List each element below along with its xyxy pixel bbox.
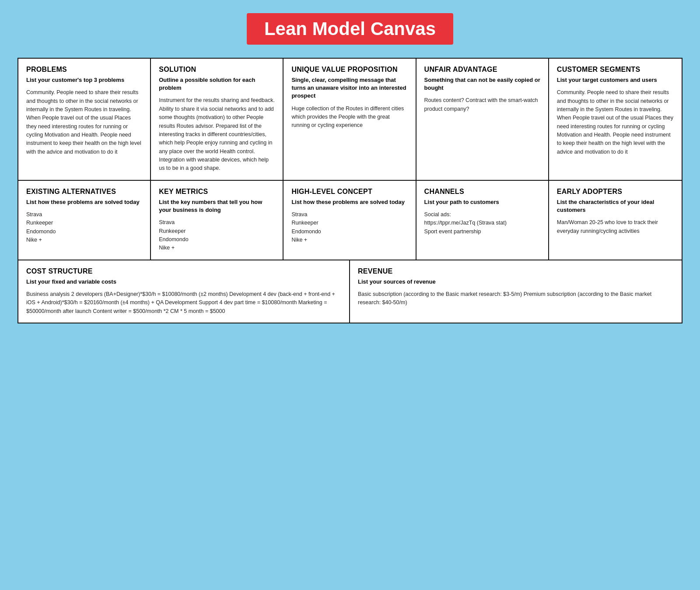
- early-adopters-title: EARLY ADOPTERS: [557, 188, 674, 196]
- unique-value-subtitle: Single, clear, compelling message that t…: [291, 76, 407, 100]
- canvas-top-row: PROBLEMS List your customer's top 3 prob…: [18, 59, 682, 181]
- existing-alternatives-title: EXISTING ALTERNATIVES: [26, 188, 142, 196]
- cell-solution: SOLUTION Outline a possible solution for…: [151, 59, 284, 180]
- channels-body: Social ads: https://tppr.me/JazTq (Strav…: [424, 211, 540, 236]
- solution-body: Instrument for the results sharing and f…: [159, 96, 275, 172]
- customer-segments-body: Community. People need to share their re…: [557, 88, 674, 156]
- unfair-advantage-subtitle: Something that can not be easily copied …: [424, 76, 540, 92]
- high-level-concept-body: Strava Runkeeper Endomondo Nike +: [291, 211, 407, 245]
- page-title: Lean Model Canvas: [247, 13, 453, 45]
- early-adopters-body: Man/Woman 20-25 who love to track their …: [557, 218, 674, 235]
- cell-key-metrics: KEY METRICS List the key numbers that te…: [151, 181, 284, 260]
- existing-alternatives-body: Strava Runkeeper Endomondo Nike +: [26, 211, 142, 245]
- cell-unique-value: UNIQUE VALUE PROPOSITION Single, clear, …: [284, 59, 416, 180]
- early-adopters-subtitle: List the characteristics of your ideal c…: [557, 198, 674, 214]
- cell-existing-alternatives: EXISTING ALTERNATIVES List how these pro…: [18, 181, 151, 260]
- channels-title: CHANNELS: [424, 188, 540, 196]
- high-level-concept-subtitle: List how these problems are solved today: [291, 198, 407, 206]
- problems-title: PROBLEMS: [26, 66, 142, 74]
- lean-canvas: PROBLEMS List your customer's top 3 prob…: [18, 58, 682, 323]
- solution-subtitle: Outline a possible solution for each pro…: [159, 76, 275, 92]
- cost-structure-body: Business analysis 2 developers (BA+Desig…: [26, 290, 341, 316]
- cell-revenue: REVENUE List your sources of revenue Bas…: [350, 260, 682, 323]
- channels-subtitle: List your path to customers: [424, 198, 540, 206]
- cost-structure-subtitle: List your fixed and variable costs: [26, 278, 341, 286]
- solution-title: SOLUTION: [159, 66, 275, 74]
- customer-segments-subtitle: List your target customers and users: [557, 76, 674, 84]
- cell-unfair-advantage: UNFAIR ADVANTAGE Something that can not …: [416, 59, 549, 180]
- high-level-concept-title: HIGH-LEVEL CONCEPT: [291, 188, 407, 196]
- unique-value-body: Huge collection of the Routes in differe…: [291, 105, 407, 130]
- revenue-body: Basic subscription (according to the Bas…: [358, 290, 674, 307]
- existing-alternatives-subtitle: List how these problems are solved today: [26, 198, 142, 206]
- unfair-advantage-body: Routes content? Contract with the smart-…: [424, 96, 540, 113]
- cell-customer-segments: CUSTOMER SEGMENTS List your target custo…: [549, 59, 682, 180]
- cell-channels: CHANNELS List your path to customers Soc…: [416, 181, 549, 260]
- revenue-title: REVENUE: [358, 267, 674, 275]
- problems-subtitle: List your customer's top 3 problems: [26, 76, 142, 84]
- canvas-mid-row: EXISTING ALTERNATIVES List how these pro…: [18, 181, 682, 260]
- key-metrics-body: Strava Runkeeper Endomondo Nike +: [159, 218, 275, 253]
- unique-value-title: UNIQUE VALUE PROPOSITION: [291, 66, 407, 74]
- problems-body: Community. People need to share their re…: [26, 88, 142, 156]
- revenue-subtitle: List your sources of revenue: [358, 278, 674, 286]
- cell-cost-structure: COST STRUCTURE List your fixed and varia…: [18, 260, 350, 323]
- page-title-wrap: Lean Model Canvas: [18, 13, 682, 45]
- cost-structure-title: COST STRUCTURE: [26, 267, 341, 275]
- cell-problems: PROBLEMS List your customer's top 3 prob…: [18, 59, 151, 180]
- customer-segments-title: CUSTOMER SEGMENTS: [557, 66, 674, 74]
- cell-high-level-concept: HIGH-LEVEL CONCEPT List how these proble…: [284, 181, 416, 260]
- canvas-bottom-row: COST STRUCTURE List your fixed and varia…: [18, 260, 682, 323]
- key-metrics-subtitle: List the key numbers that tell you how y…: [159, 198, 275, 214]
- cell-early-adopters: EARLY ADOPTERS List the characteristics …: [549, 181, 682, 260]
- unfair-advantage-title: UNFAIR ADVANTAGE: [424, 66, 540, 74]
- key-metrics-title: KEY METRICS: [159, 188, 275, 196]
